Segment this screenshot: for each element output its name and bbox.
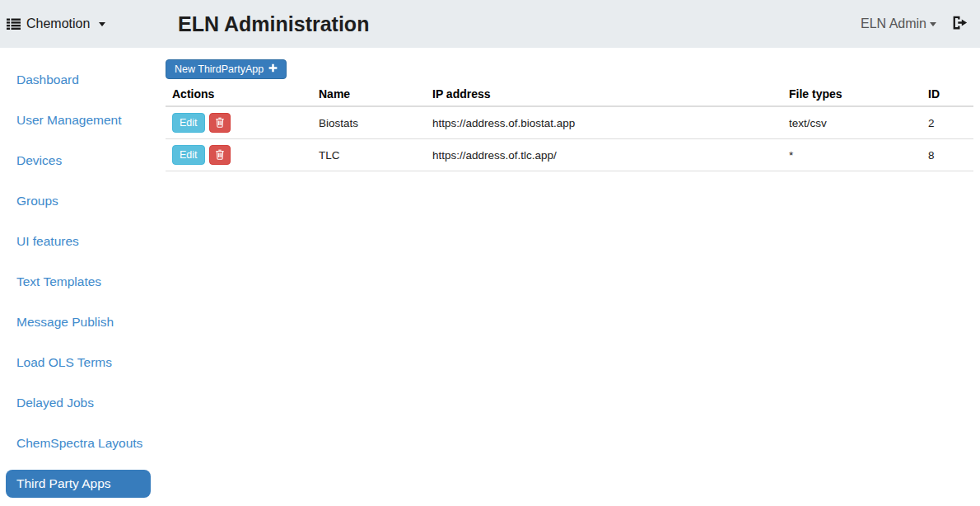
brand-label: Chemotion [26,16,90,31]
column-header-actions: Actions [166,82,312,106]
thirdpartyapps-table: ActionsNameIP addressFile typesID EditBi… [166,82,973,171]
sidebar-list-item: Groups [0,180,165,221]
page-title: ELN Administration [178,12,369,36]
brand-menu[interactable]: Chemotion [0,16,105,31]
sidebar-list-item: Devices [0,140,165,180]
ip-address-cell: https://address.of.biostat.app [426,106,782,139]
list-icon [7,18,21,30]
plus-icon [268,63,278,75]
name-cell: Biostats [312,106,426,139]
sidebar-list-item: Dashboard [0,59,165,100]
id-cell: 2 [922,106,973,139]
sidebar-item-groups[interactable]: Groups [6,187,151,215]
sidebar: DashboardUser ManagementDevicesGroupsUI … [0,48,165,506]
sidebar-item-dashboard[interactable]: Dashboard [6,66,151,94]
edit-button[interactable]: Edit [172,113,205,133]
file-types-cell: * [782,139,922,171]
delete-button[interactable] [209,145,231,165]
edit-button[interactable]: Edit [172,145,205,165]
actions-cell: Edit [166,139,312,171]
sidebar-list-item: Third Party Apps [0,463,165,504]
sidebar-item-text-templates[interactable]: Text Templates [6,268,151,296]
sign-out-icon [951,15,968,33]
sidebar-item-load-ols-terms[interactable]: Load OLS Terms [6,349,151,377]
sidebar-item-message-publish[interactable]: Message Publish [6,308,151,336]
column-header-file-types: File types [782,82,922,106]
delete-button[interactable] [209,113,231,133]
table-header-row: ActionsNameIP addressFile typesID [166,82,973,106]
table-row: EditTLChttps://address.of.tlc.app/*8 [166,139,973,171]
column-header-name: Name [312,82,426,106]
sidebar-list-item: Text Templates [0,261,165,302]
sidebar-item-chemspectra-layouts[interactable]: ChemSpectra Layouts [6,429,153,457]
topbar-right: ELN Admin [861,15,980,33]
sidebar-item-third-party-apps[interactable]: Third Party Apps [6,470,151,498]
sidebar-list-item: User Management [0,100,165,140]
user-menu[interactable]: ELN Admin [861,16,936,31]
caret-down-icon [99,22,105,26]
actions-cell: Edit [166,106,312,139]
id-cell: 8 [922,139,973,171]
top-navbar: Chemotion ELN Administration ELN Admin [0,0,980,48]
column-header-id: ID [922,82,973,106]
sidebar-list-item: UI features [0,221,165,261]
logout-button[interactable] [951,15,968,33]
sidebar-item-user-management[interactable]: User Management [6,106,151,134]
sidebar-list-item: Load OLS Terms [0,342,165,382]
column-header-ip-address: IP address [426,82,782,106]
file-types-cell: text/csv [782,106,922,139]
table-row: EditBiostatshttps://address.of.biostat.a… [166,106,973,139]
sidebar-list-item: ChemSpectra Layouts [0,423,165,463]
new-thirdpartyapp-button[interactable]: New ThirdPartyApp [166,59,287,79]
new-thirdpartyapp-label: New ThirdPartyApp [175,63,264,75]
ip-address-cell: https://address.of.tlc.app/ [426,139,782,171]
caret-down-icon [930,22,936,26]
trash-icon [215,116,225,130]
sidebar-item-devices[interactable]: Devices [6,147,151,175]
main-content: New ThirdPartyApp ActionsNameIP addressF… [165,48,980,506]
trash-icon [215,148,225,162]
sidebar-list-item: Delayed Jobs [0,382,165,423]
name-cell: TLC [312,139,426,171]
sidebar-item-ui-features[interactable]: UI features [6,227,151,255]
sidebar-item-delayed-jobs[interactable]: Delayed Jobs [6,389,151,417]
user-menu-label: ELN Admin [861,16,926,31]
sidebar-list-item: Message Publish [0,302,165,342]
